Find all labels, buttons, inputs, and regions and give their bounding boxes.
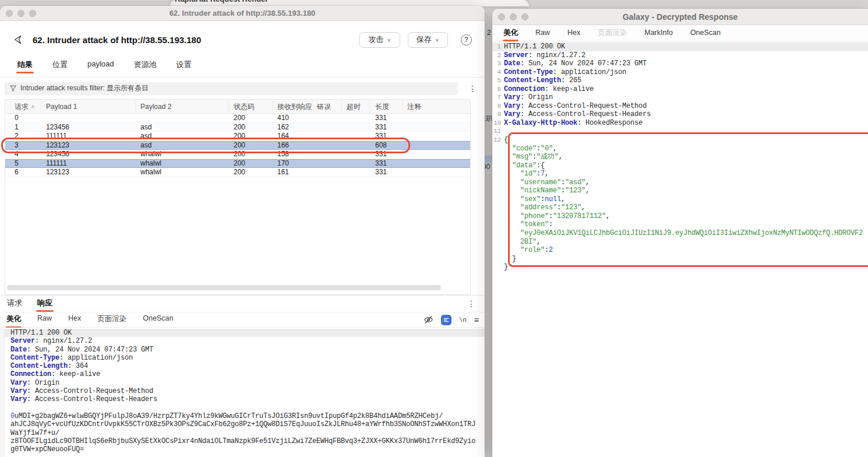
close-window-button[interactable] [6,10,13,17]
line-number [492,153,504,161]
main-tab-3[interactable]: payload [87,58,114,77]
response-editor[interactable]: HTTP/1.1 200 OKServer: nginx/1.27.2Date:… [0,328,485,457]
table-cell: 111111 [41,159,136,167]
intruder-attack-window: 62. Intruder attack of http://38.55.193.… [0,6,485,457]
traffic-lights[interactable] [6,10,36,17]
editor-gutter [0,328,5,457]
viewer-menu-kebab-icon[interactable]: ⋮ [464,300,479,308]
table-cell: 123456 [41,123,136,131]
galaxy-tab-2[interactable]: Raw [535,26,551,40]
table-row[interactable]: 4123456whalwl200158331 [5,150,470,159]
line-number [492,263,504,272]
table-cell: 1 [5,123,41,131]
save-button[interactable]: 保存 ∨ [408,32,448,48]
menu-burger-icon[interactable]: ≡ [474,315,479,325]
table-row[interactable]: 2111111asd200164331 [5,132,470,141]
table-cell: 123123 [41,168,136,176]
code-line: "sex":null, [492,195,868,204]
code-line: WaYjf1w7f+u/ [5,429,485,437]
column-header-4[interactable]: 状态码 [229,100,273,114]
background-fragment-number: 2 [487,29,491,37]
galaxy-tab-6[interactable]: OneScan [690,26,721,40]
line-number: 1 [492,43,504,51]
table-row[interactable]: 6123123whalwl200161331 [5,168,470,177]
filter-label: Intruder attack results filter: 显示所有条目 [20,83,149,93]
hide-eye-icon[interactable] [424,315,433,325]
galaxy-decrypted-window: Galaxy - Decrypted Response 美化RawHex页面渲染… [492,9,868,457]
table-cell: 200 [229,150,273,158]
galaxy-tab-3[interactable]: Hex [567,26,581,40]
line-number: 10 [492,119,504,128]
code-line: Vary: Access-Control-Request-Method [5,387,485,395]
column-header-1[interactable]: 请求 ∧ [5,100,41,114]
viewer-sub-tab-2[interactable]: Raw [37,312,52,328]
viewer-sub-tab-1[interactable]: 美化 [6,312,22,328]
bottom-tab-1[interactable]: 请求 [6,295,23,312]
main-tab-2[interactable]: 位置 [52,58,68,77]
code-line: z8TOOFILgidLc9OTBHIlqS6eRbjbuSXySEtXkOCs… [5,437,485,445]
table-row[interactable]: 3123123asd200166608 [5,141,470,150]
zoom-window-button[interactable] [29,10,36,17]
right-window-titlebar[interactable]: Galaxy - Decrypted Response [492,9,868,25]
horizontal-scrollbar[interactable] [7,285,441,290]
table-cell: 111111 [41,132,136,140]
minimize-window-button[interactable] [510,13,517,20]
table-cell: 200 [229,159,273,167]
help-icon[interactable]: ? [461,34,472,45]
bottom-tab-2[interactable]: 响应 [36,295,54,312]
code-line: "token": [492,220,868,229]
line-number: 8 [492,102,504,111]
code-line: "phone":"13207817112", [492,212,868,221]
table-row[interactable]: 1123456asd200162331 [5,123,470,132]
decrypted-response-editor[interactable]: 1HTTP/1.1 200 OK2Server: nginx/1.27.23Da… [492,42,868,457]
code-line: 2BI", [492,238,868,247]
galaxy-tab-5[interactable]: MarkInfo [644,26,673,40]
table-cell: 331 [371,132,403,140]
chevron-down-icon: ∨ [387,37,391,43]
table-cell: 164 [273,132,312,140]
table-row[interactable]: 0200410331 [5,114,470,123]
table-cell: 166 [273,141,312,149]
format-toggle-button[interactable] [441,315,451,325]
table-cell: 331 [371,114,403,122]
window-title: 62. Intruder attack of http://38.55.193.… [170,9,316,17]
galaxy-tab-1[interactable]: 美化 [503,26,518,41]
column-header-6[interactable]: 错误 [312,100,342,114]
table-cell: whalwl [136,150,229,158]
zoom-window-button[interactable] [521,13,528,20]
newline-toggle-icon[interactable]: \n [459,317,467,324]
column-header-9[interactable]: 注释 [403,100,470,114]
code-line: Connection: keep-alive [5,370,485,378]
close-window-button[interactable] [498,13,505,20]
window-title: Galaxy - Decrypted Response [623,12,738,22]
table-cell: asd [136,141,229,149]
code-line: "data":{ [492,161,868,170]
main-tab-4[interactable]: 资源池 [134,58,157,77]
traffic-lights[interactable] [498,13,528,20]
table-menu-kebab-icon[interactable]: ⋮ [465,85,480,93]
table-header-row: 请求 ∧Payload 1Payload 2状态码接收到响应错误超时长度注释 [5,100,470,114]
desktop: RapidHat Request Render 2 求趴0 00 62. Int… [0,0,868,457]
line-number [492,145,504,153]
column-header-7[interactable]: 超时 [342,100,371,114]
main-tab-1[interactable]: 结果 [17,58,33,77]
attack-button[interactable]: 攻击 ∨ [359,32,400,48]
minimize-window-button[interactable] [17,10,24,17]
column-header-5[interactable]: 接收到响应 [273,100,312,114]
viewer-sub-tab-4[interactable]: 页面渲染 [97,312,127,328]
table-cell: 200 [229,168,273,176]
column-header-2[interactable]: Payload 1 [41,100,136,114]
viewer-sub-tab-5[interactable]: OneScan [142,312,174,328]
viewer-sub-tab-3[interactable]: Hex [68,312,82,328]
results-filter-bar[interactable]: Intruder attack results filter: 显示所有条目 [5,82,458,95]
fuzzer-send-icon[interactable] [13,34,23,45]
column-header-3[interactable]: Payload 2 [136,100,229,114]
table-cell: 161 [273,168,312,176]
column-header-8[interactable]: 长度 [371,100,403,114]
line-number [492,212,504,221]
table-cell: 331 [371,168,403,176]
table-cell: asd [136,132,229,140]
main-tab-5[interactable]: 设置 [177,58,192,77]
left-window-titlebar[interactable]: 62. Intruder attack of http://38.55.193.… [0,6,485,21]
table-row[interactable]: 5111111whalwl200170331 [5,159,470,168]
